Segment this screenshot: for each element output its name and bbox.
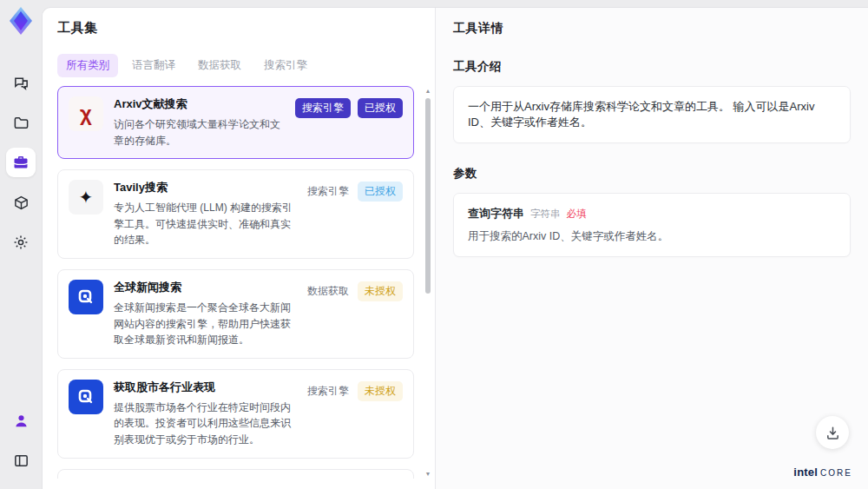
scrollbar-thumb[interactable] <box>425 98 431 294</box>
tool-card-most-active-stocks[interactable]: 获取市场最活跃股票信息 提供当天交易量最高的股票列表。投资者可以利用这些信息来识… <box>57 469 414 479</box>
tool-card-tavily[interactable]: ✦ Tavily搜索 专为人工智能代理 (LLM) 构建的搜索引擎工具。可快速提… <box>57 169 414 259</box>
tab-all-categories[interactable]: 所有类别 <box>57 54 118 77</box>
status-badge: 未授权 <box>358 281 403 301</box>
category-badge: 搜索引擎 <box>306 381 351 401</box>
sidebar-rail <box>0 0 42 489</box>
intro-heading: 工具介绍 <box>453 59 851 75</box>
tab-language-translation[interactable]: 语言翻译 <box>123 54 184 77</box>
intro-text: 一个用于从Arxiv存储库搜索科学论文和文章的工具。 输入可以是Arxiv ID… <box>468 100 814 129</box>
tool-description: 专为人工智能代理 (LLM) 构建的搜索引擎工具。可快速提供实时、准确和真实的结… <box>114 200 295 248</box>
category-badge: 数据获取 <box>306 281 351 301</box>
packages-icon[interactable] <box>6 188 36 217</box>
param-name: 查询字符串 <box>468 206 524 221</box>
category-badge: 搜索引擎 <box>295 98 351 118</box>
tool-list: χ Arxiv文献搜索 访问各个研究领域大量科学论文和文章的存储库。 搜索引擎 … <box>57 86 435 479</box>
tab-data-acquisition[interactable]: 数据获取 <box>189 54 250 77</box>
scroll-up-arrow[interactable]: ▲ <box>424 88 432 94</box>
status-badge: 未授权 <box>358 381 403 401</box>
detail-title: 工具详情 <box>453 21 851 36</box>
arxiv-logo-icon: χ <box>69 96 103 131</box>
category-badge: 搜索引擎 <box>306 182 351 202</box>
param-box: 查询字符串 字符串 必填 用于搜索的Arxiv ID、关键字或作者姓名。 <box>453 193 851 257</box>
panel-toggle-icon[interactable] <box>6 446 36 475</box>
tavily-star-icon: ✦ <box>69 180 103 215</box>
tool-card-arxiv[interactable]: χ Arxiv文献搜索 访问各个研究领域大量科学论文和文章的存储库。 搜索引擎 … <box>57 86 414 159</box>
intel-core-logo: intelCORE <box>793 466 852 479</box>
param-type: 字符串 <box>530 208 561 221</box>
stock-search-logo-icon <box>69 380 103 414</box>
page-title: 工具集 <box>57 20 435 36</box>
tool-detail-panel: 工具详情 工具介绍 一个用于从Arxiv存储库搜索科学论文和文章的工具。 输入可… <box>435 8 868 489</box>
tool-list-panel: 工具集 所有类别 语言翻译 数据获取 搜索引擎 χ Arxiv文献搜索 访问各个… <box>43 8 435 489</box>
news-search-logo-icon <box>69 280 103 314</box>
download-button[interactable] <box>816 416 849 449</box>
tool-name: Arxiv文献搜索 <box>114 96 285 112</box>
category-tabs: 所有类别 语言翻译 数据获取 搜索引擎 <box>57 54 435 77</box>
tool-card-sector-performance[interactable]: 获取股市各行业表现 提供股票市场各个行业在特定时间段内的表现。投资者可以利用这些… <box>57 369 414 459</box>
tab-search-engine[interactable]: 搜索引擎 <box>255 54 316 77</box>
tool-name: Tavily搜索 <box>114 180 295 195</box>
tool-name: 全球新闻搜索 <box>114 280 295 295</box>
status-badge: 已授权 <box>358 98 403 118</box>
status-badge: 已授权 <box>358 182 403 202</box>
intro-box: 一个用于从Arxiv存储库搜索科学论文和文章的工具。 输入可以是Arxiv ID… <box>453 86 851 143</box>
param-description: 用于搜索的Arxiv ID、关键字或作者姓名。 <box>468 229 836 244</box>
list-scrollbar[interactable]: ▲ ▼ <box>424 86 432 479</box>
toolbox-icon[interactable] <box>6 148 36 177</box>
tool-description: 提供股票市场各个行业在特定时间段内的表现。投资者可以利用这些信息来识别表现优于或… <box>114 400 295 448</box>
tool-name: 获取股市各行业表现 <box>114 380 295 395</box>
tool-description: 全球新闻搜索是一个聚合全球各大新闻网站内容的搜索引擎，帮助用户快速获取全球最新资… <box>114 300 295 348</box>
content-shell: 工具集 所有类别 语言翻译 数据获取 搜索引擎 χ Arxiv文献搜索 访问各个… <box>42 7 868 489</box>
tool-description: 访问各个研究领域大量科学论文和文章的存储库。 <box>114 116 285 149</box>
app-logo[interactable] <box>5 5 36 36</box>
params-heading: 参数 <box>453 166 851 182</box>
settings-gear-icon[interactable] <box>6 228 36 257</box>
scroll-down-arrow[interactable]: ▼ <box>424 471 432 477</box>
folder-icon[interactable] <box>6 108 36 137</box>
param-required-label: 必填 <box>567 208 587 221</box>
profile-icon[interactable] <box>6 406 36 435</box>
tool-card-global-news[interactable]: 全球新闻搜索 全球新闻搜索是一个聚合全球各大新闻网站内容的搜索引擎，帮助用户快速… <box>57 269 414 359</box>
chat-icon[interactable] <box>6 68 36 97</box>
